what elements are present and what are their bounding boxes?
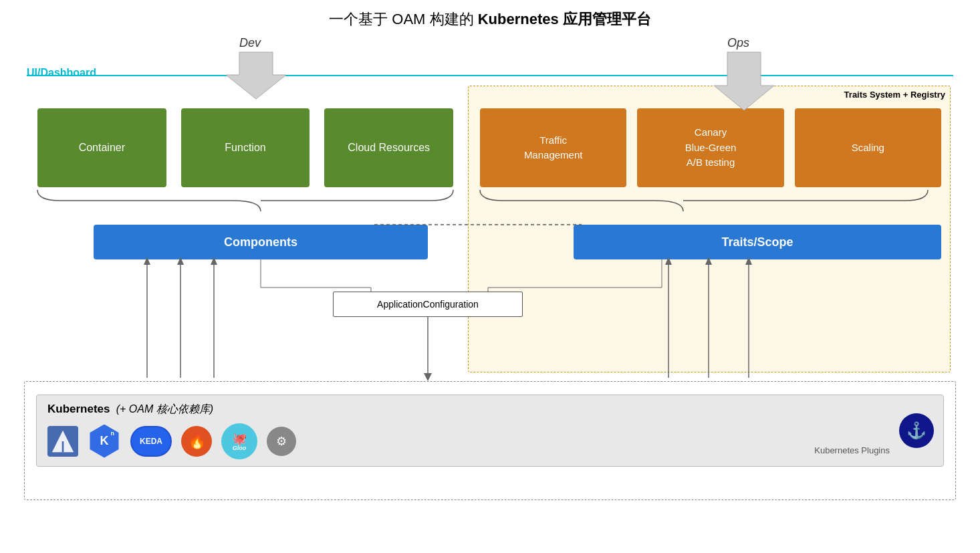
traits-system-title: Traits System + Registry	[844, 90, 945, 100]
function-box: Function	[181, 108, 310, 187]
orange-boxes-container: Traffic Management Canary Blue-Green A/B…	[480, 108, 941, 187]
dashboard-label: UI/Dashboard	[27, 67, 96, 79]
keda-logo: KEDA	[130, 426, 172, 457]
k-logo: Kn	[88, 425, 121, 458]
helm-logo: ⚓	[899, 413, 934, 448]
k8s-plugins-label: Kubernetes Plugins	[814, 445, 890, 455]
cloud-resources-box: Cloud Resources	[324, 108, 453, 187]
scaling-box: Scaling	[795, 108, 941, 187]
k8s-icons-row: Kn KEDA 🔥 🐙 Gloo ⚙	[47, 423, 933, 459]
components-box: Components	[94, 225, 428, 259]
app-config-box: ApplicationConfiguration	[333, 292, 523, 317]
grey-plugin-logo: ⚙	[267, 427, 296, 456]
svg-marker-16	[424, 373, 432, 381]
kubernetes-box: Kubernetes (+ OAM 核心依赖库) Kn KEDA	[36, 395, 944, 467]
dev-label: Dev	[239, 36, 261, 50]
canary-box: Canary Blue-Green A/B testing	[637, 108, 783, 187]
istio-logo	[47, 426, 78, 457]
gloo-logo: 🐙 Gloo	[221, 423, 257, 459]
container-box: Container	[37, 108, 166, 187]
dashboard-line	[27, 75, 953, 76]
traffic-management-box: Traffic Management	[480, 108, 626, 187]
traits-scope-box: Traits/Scope	[574, 225, 941, 259]
green-boxes-container: Container Function Cloud Resources	[37, 108, 453, 187]
fluxcd-logo: 🔥	[181, 426, 212, 457]
k8s-title-row: Kubernetes (+ OAM 核心依赖库)	[47, 403, 933, 417]
ops-label: Ops	[727, 36, 749, 50]
main-title: 一个基于 OAM 构建的 Kubernetes 应用管理平台	[0, 9, 980, 29]
